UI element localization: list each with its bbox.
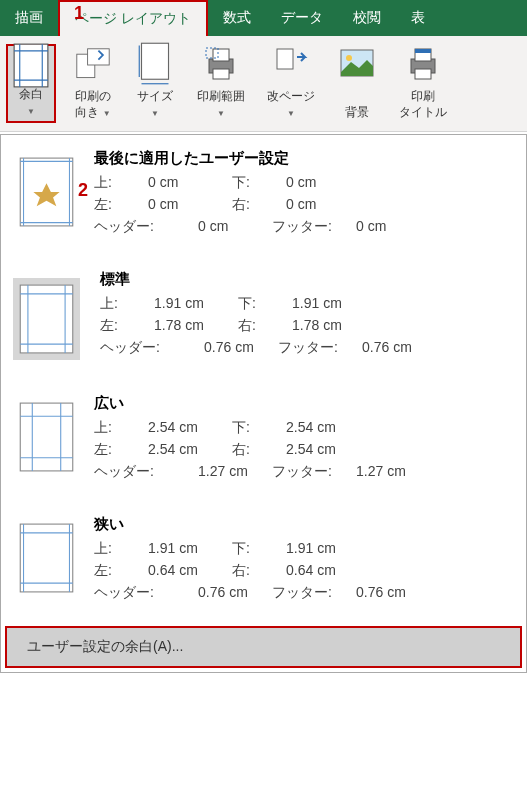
right-label: 右:: [232, 441, 282, 459]
svg-rect-11: [213, 49, 229, 61]
top-value: 1.91 cm: [154, 295, 234, 313]
step-number-2: 2: [78, 180, 88, 201]
margin-option-normal[interactable]: 標準 上:1.91 cm 下:1.91 cm 左:1.78 cm 右:1.78 …: [1, 256, 526, 380]
margins-button[interactable]: 余白▼: [6, 44, 56, 123]
left-label: 左:: [94, 441, 144, 459]
svg-rect-7: [142, 43, 169, 79]
option-title: 広い: [94, 394, 508, 413]
breaks-label: 改ページ: [267, 89, 315, 103]
margin-option-narrow[interactable]: 狭い 上:1.91 cm 下:1.91 cm 左:0.64 cm 右:0.64 …: [1, 501, 526, 622]
left-label: 左:: [94, 562, 144, 580]
svg-rect-14: [277, 49, 293, 69]
size-icon: [137, 47, 173, 79]
chevron-down-icon: ▼: [217, 109, 225, 118]
left-value: 1.78 cm: [154, 317, 234, 335]
print-titles-icon: [405, 47, 441, 79]
margin-preview-icon: [19, 402, 74, 472]
header-label: ヘッダー:: [94, 218, 194, 236]
bottom-value: 0 cm: [286, 174, 366, 192]
tab-data[interactable]: データ: [266, 0, 338, 36]
top-value: 2.54 cm: [148, 419, 228, 437]
tab-draw[interactable]: 描画: [0, 0, 58, 36]
margin-option-wide[interactable]: 広い 上:2.54 cm 下:2.54 cm 左:2.54 cm 右:2.54 …: [1, 380, 526, 501]
size-button[interactable]: サイズ▼: [130, 44, 180, 123]
footer-value: 0.76 cm: [356, 584, 426, 602]
orientation-icon: [75, 47, 111, 79]
chevron-down-icon: ▼: [151, 109, 159, 118]
right-value: 2.54 cm: [286, 441, 366, 459]
chevron-down-icon: ▼: [27, 107, 35, 116]
ribbon-toolbar: 余白▼ 印刷の 向き ▼ サイズ▼ 印刷範囲▼ 改ページ▼ 背景 印刷 タイ: [0, 36, 527, 132]
header-value: 0.76 cm: [204, 339, 274, 357]
right-label: 右:: [232, 562, 282, 580]
top-label: 上:: [94, 419, 144, 437]
bottom-value: 1.91 cm: [292, 295, 372, 313]
tab-formulas[interactable]: 数式: [208, 0, 266, 36]
svg-point-16: [346, 55, 352, 61]
bottom-label: 下:: [232, 540, 282, 558]
background-button[interactable]: 背景: [332, 44, 382, 123]
margin-preview-icon: [19, 157, 74, 227]
header-label: ヘッダー:: [100, 339, 200, 357]
left-value: 0 cm: [148, 196, 228, 214]
margin-preview-icon: [19, 523, 74, 593]
background-label: 背景: [345, 105, 369, 121]
bottom-value: 1.91 cm: [286, 540, 366, 558]
breaks-button[interactable]: 改ページ▼: [262, 44, 320, 123]
left-value: 0.64 cm: [148, 562, 228, 580]
top-value: 1.91 cm: [148, 540, 228, 558]
background-icon: [339, 47, 375, 79]
footer-value: 0 cm: [356, 218, 426, 236]
svg-rect-20: [415, 69, 431, 79]
step-number-1: 1: [74, 3, 84, 24]
custom-margins-button[interactable]: ユーザー設定の余白(A)...: [5, 626, 522, 668]
margins-label: 余白: [19, 87, 43, 101]
print-area-button[interactable]: 印刷範囲▼: [192, 44, 250, 123]
bottom-value: 2.54 cm: [286, 419, 366, 437]
right-value: 0.64 cm: [286, 562, 366, 580]
margins-icon: [13, 49, 49, 81]
print-titles-label: 印刷 タイトル: [399, 89, 447, 120]
print-titles-button[interactable]: 印刷 タイトル: [394, 44, 452, 123]
margin-preview-icon: [13, 278, 80, 360]
right-value: 1.78 cm: [292, 317, 372, 335]
tab-view[interactable]: 表: [396, 0, 440, 36]
orientation-button[interactable]: 印刷の 向き ▼: [68, 44, 118, 123]
print-area-label: 印刷範囲: [197, 89, 245, 103]
svg-rect-31: [20, 403, 73, 471]
header-value: 1.27 cm: [198, 463, 268, 481]
right-label: 右:: [232, 196, 282, 214]
breaks-icon: [273, 47, 309, 79]
top-label: 上:: [100, 295, 150, 313]
print-area-icon: [203, 47, 239, 79]
bottom-label: 下:: [232, 174, 282, 192]
footer-value: 0.76 cm: [362, 339, 432, 357]
footer-label: フッター:: [272, 584, 352, 602]
left-value: 2.54 cm: [148, 441, 228, 459]
header-label: ヘッダー:: [94, 463, 194, 481]
bottom-label: 下:: [232, 419, 282, 437]
footer-label: フッター:: [272, 463, 352, 481]
chevron-down-icon: ▼: [103, 109, 111, 118]
right-label: 右:: [238, 317, 288, 335]
svg-rect-36: [20, 524, 73, 592]
option-title: 狭い: [94, 515, 508, 534]
header-value: 0.76 cm: [198, 584, 268, 602]
footer-value: 1.27 cm: [356, 463, 426, 481]
svg-rect-12: [213, 69, 229, 79]
footer-label: フッター:: [272, 218, 352, 236]
top-label: 上:: [94, 540, 144, 558]
bottom-label: 下:: [238, 295, 288, 313]
top-value: 0 cm: [148, 174, 228, 192]
size-label: サイズ: [137, 89, 173, 103]
chevron-down-icon: ▼: [287, 109, 295, 118]
header-label: ヘッダー:: [94, 584, 194, 602]
option-title: 最後に適用したユーザー設定: [94, 149, 508, 168]
header-value: 0 cm: [198, 218, 268, 236]
option-title: 標準: [100, 270, 508, 289]
right-value: 0 cm: [286, 196, 366, 214]
top-label: 上:: [94, 174, 144, 192]
tab-review[interactable]: 校閲: [338, 0, 396, 36]
margins-dropdown: 最後に適用したユーザー設定 上:0 cm 下:0 cm 左:0 cm 右:0 c…: [0, 134, 527, 673]
footer-label: フッター:: [278, 339, 358, 357]
